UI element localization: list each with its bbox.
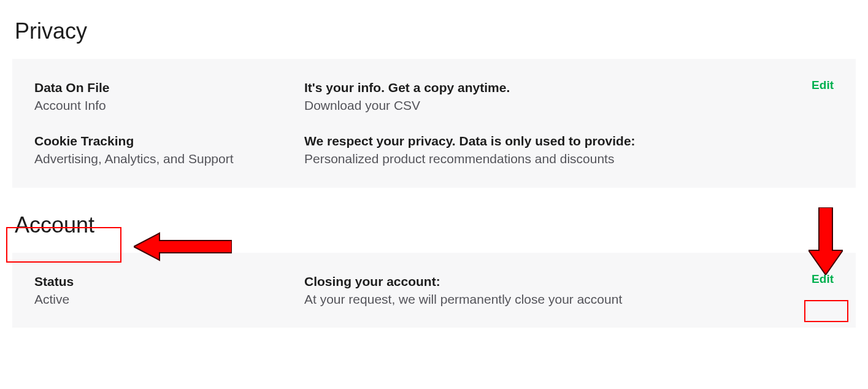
account-section-title: Account bbox=[12, 212, 856, 238]
data-on-file-edit-button[interactable]: Edit bbox=[812, 79, 834, 91]
status-sub: Active bbox=[34, 290, 304, 308]
data-on-file-label: Data On File bbox=[34, 79, 304, 96]
privacy-row-data-on-file: Data On File Account Info It's your info… bbox=[34, 79, 834, 115]
cookie-tracking-desc-bold: We respect your privacy. Data is only us… bbox=[304, 132, 785, 150]
data-on-file-desc-sub: Download your CSV bbox=[304, 96, 785, 114]
cookie-tracking-desc-sub: Personalized product recommendations and… bbox=[304, 150, 785, 168]
data-on-file-desc-bold: It's your info. Get a copy anytime. bbox=[304, 79, 785, 96]
account-status-edit-button[interactable]: Edit bbox=[812, 272, 834, 285]
status-label: Status bbox=[34, 272, 304, 290]
closing-account-desc-sub: At your request, we will permanently clo… bbox=[304, 290, 785, 308]
account-row-status: Status Active Closing your account: At y… bbox=[34, 272, 834, 309]
cookie-tracking-label: Cookie Tracking bbox=[34, 132, 304, 150]
privacy-panel: Data On File Account Info It's your info… bbox=[12, 59, 856, 188]
cookie-tracking-sub: Advertising, Analytics, and Support bbox=[34, 150, 304, 168]
privacy-row-cookie-tracking: Cookie Tracking Advertising, Analytics, … bbox=[34, 132, 834, 168]
closing-account-desc-bold: Closing your account: bbox=[304, 272, 785, 290]
privacy-section-title: Privacy bbox=[12, 18, 856, 44]
account-panel: Status Active Closing your account: At y… bbox=[12, 253, 856, 328]
data-on-file-sub: Account Info bbox=[34, 96, 304, 114]
